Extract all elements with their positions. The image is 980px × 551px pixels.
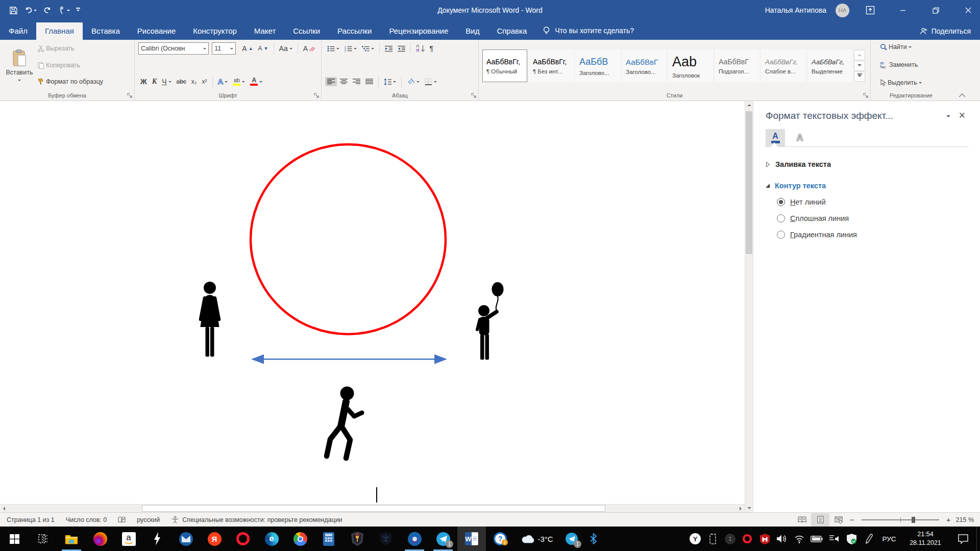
language-indicator[interactable]: русский (131, 516, 165, 523)
radio-button-selected[interactable] (777, 198, 785, 206)
bold-button[interactable]: Ж (138, 77, 149, 87)
show-desktop-button[interactable] (976, 527, 980, 551)
font-name-combo[interactable]: Calibri (Основн (138, 42, 209, 55)
clear-formatting-button[interactable]: А (301, 43, 317, 54)
tray-battery[interactable] (808, 527, 825, 551)
align-center-button[interactable] (338, 77, 350, 86)
child-with-balloon-shape[interactable] (467, 281, 509, 363)
web-layout-button[interactable] (829, 513, 848, 527)
underline-button[interactable]: Ч (160, 77, 173, 87)
paragraph-dialog-launcher[interactable] (471, 93, 477, 98)
proofing-status[interactable] (112, 516, 131, 523)
share-button[interactable]: Поделиться (911, 27, 980, 40)
tell-me-box[interactable]: Что вы хотите сделать? (535, 26, 641, 40)
tray-clock[interactable]: 21:54 28.11.2021 (901, 527, 950, 551)
line-spacing-button[interactable] (382, 77, 398, 87)
styles-scroll-up-button[interactable] (854, 50, 865, 60)
style-heading2[interactable]: АаБбВвГ Заголово... (622, 49, 667, 82)
taskbar-calculator[interactable] (314, 527, 343, 551)
read-mode-button[interactable] (793, 513, 811, 527)
tab-design[interactable]: Конструктор (184, 22, 246, 40)
radio-no-line[interactable]: Нет линий (777, 198, 969, 206)
horizontal-scrollbar[interactable] (0, 504, 745, 512)
tab-references[interactable]: Ссылки (284, 22, 329, 40)
account-name[interactable]: Наталья Антипова (765, 6, 826, 14)
numbering-button[interactable]: 123 (342, 44, 359, 54)
taskbar-weather[interactable]: -3°C (514, 527, 560, 551)
style-title[interactable]: Aab Заголовок (668, 49, 713, 82)
taskbar-bluetooth[interactable] (583, 527, 603, 551)
print-layout-button[interactable] (811, 513, 829, 527)
taskbar-firefox[interactable] (86, 527, 114, 551)
zoom-in-button[interactable]: + (944, 515, 953, 524)
tab-file[interactable]: Файл (0, 22, 36, 40)
zoom-slider[interactable] (862, 519, 939, 520)
action-center-button[interactable] (950, 527, 976, 551)
tray-wifi[interactable] (791, 527, 808, 551)
vertical-scroll-thumb[interactable] (746, 111, 752, 254)
taskbar-telegram[interactable]: 1 (429, 527, 457, 551)
paste-dropdown[interactable] (18, 80, 21, 83)
start-button[interactable] (0, 527, 29, 551)
replace-button[interactable]: abac Заменить (878, 60, 948, 69)
style-normal[interactable]: АаБбВвГг, ¶ Обычный (482, 49, 527, 82)
scroll-left-button[interactable] (0, 505, 8, 512)
taskbar-lightning-app[interactable] (143, 527, 172, 551)
touch-mode-button[interactable] (56, 5, 72, 16)
taskbar-get-help[interactable]: ?i (486, 527, 514, 551)
restore-button[interactable] (924, 0, 947, 20)
tray-phone-link[interactable] (704, 527, 721, 551)
style-subtle-emphasis[interactable]: АаБбВвГг, Слабое в... (761, 49, 806, 82)
minimize-button[interactable] (891, 0, 915, 20)
redo-button[interactable] (41, 5, 54, 16)
taskbar-telegram-tray[interactable]: 1 (560, 527, 583, 551)
close-button[interactable] (957, 0, 980, 20)
collapse-ribbon-button[interactable] (959, 93, 966, 97)
tray-mcafee[interactable] (756, 527, 773, 551)
red-circle-outline-shape[interactable] (248, 142, 448, 337)
grow-font-button[interactable]: А▲ (240, 43, 255, 54)
page-indicator[interactable]: Страница 1 из 1 (1, 516, 60, 523)
save-button[interactable] (7, 5, 20, 16)
blue-double-arrow-shape[interactable] (250, 352, 448, 366)
accessibility-status[interactable]: Специальные возможности: проверьте реком… (165, 516, 348, 523)
taskbar-world-of-tanks[interactable] (343, 527, 372, 551)
zoom-percentage[interactable]: 215 % (953, 516, 979, 523)
zoom-out-button[interactable]: − (848, 515, 856, 524)
taskbar-edge[interactable]: e (257, 527, 286, 551)
align-left-button[interactable] (325, 77, 337, 86)
copy-button[interactable]: Копировать (35, 60, 105, 70)
change-case-button[interactable]: Аа (277, 43, 294, 54)
styles-scroll-down-button[interactable] (854, 61, 865, 71)
bullets-button[interactable] (325, 44, 341, 54)
format-painter-button[interactable]: Формат по образцу (35, 77, 105, 87)
avatar[interactable]: НА (836, 4, 849, 17)
font-dialog-launcher[interactable] (314, 93, 320, 98)
increase-indent-button[interactable] (396, 44, 407, 54)
taskbar-chrome[interactable] (286, 527, 314, 551)
section-text-outline[interactable]: Контур текста (766, 182, 969, 190)
sort-button[interactable]: АЯ (414, 42, 427, 55)
justify-button[interactable] (363, 77, 375, 86)
tab-layout[interactable]: Макет (246, 22, 284, 40)
tray-opera[interactable] (739, 527, 756, 551)
align-right-button[interactable] (351, 77, 362, 86)
highlight-button[interactable]: ab (231, 76, 247, 87)
undo-button[interactable] (22, 5, 39, 16)
document-page[interactable] (0, 101, 745, 504)
strikethrough-button[interactable]: abc (175, 77, 188, 87)
tray-yandex[interactable]: Y (687, 527, 704, 551)
taskbar-file-explorer[interactable] (57, 527, 86, 551)
word-count[interactable]: Число слов: 0 (60, 516, 113, 523)
shrink-font-button[interactable]: А▼ (256, 44, 271, 53)
show-marks-button[interactable]: ¶ (428, 43, 436, 54)
taskbar-amazon[interactable]: a (114, 527, 143, 551)
radio-solid-line[interactable]: Сплошная линия (777, 214, 969, 222)
multilevel-list-button[interactable] (360, 44, 376, 54)
radio-button[interactable] (777, 214, 785, 222)
decrease-indent-button[interactable] (383, 44, 395, 54)
tab-review[interactable]: Рецензирование (380, 22, 457, 40)
style-subtitle[interactable]: АаБбВвГ Подзагол... (715, 49, 760, 82)
text-effects-button[interactable]: А (216, 76, 230, 87)
touch-mode-dropdown[interactable] (67, 10, 70, 13)
